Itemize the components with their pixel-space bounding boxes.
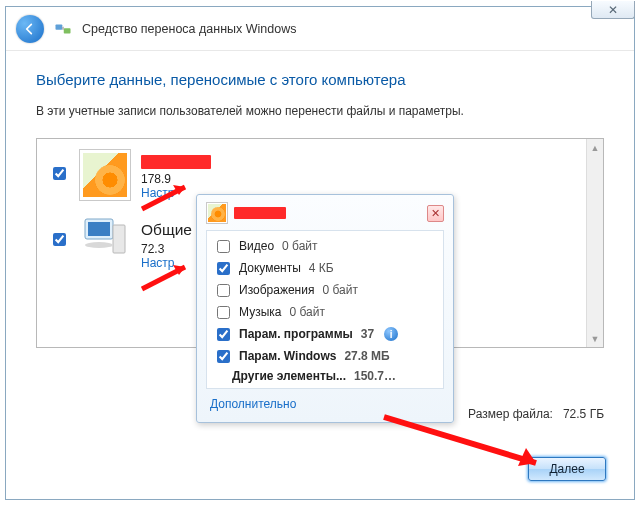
- popup-category-row: Парам. программы37i: [211, 323, 439, 345]
- popup-header: ✕: [206, 202, 444, 224]
- popup-username-redacted: [234, 207, 286, 219]
- account-name-redacted: [141, 155, 211, 169]
- category-checkbox[interactable]: [217, 284, 230, 297]
- account-details: 178.9 Настр: [141, 149, 591, 200]
- category-checkbox[interactable]: [217, 306, 230, 319]
- customize-link[interactable]: Настр: [141, 256, 175, 270]
- category-label: Видео: [239, 239, 274, 253]
- scrollbar[interactable]: ▲ ▼: [586, 139, 603, 347]
- popup-close-button[interactable]: ✕: [427, 205, 444, 222]
- category-label: Парам. программы: [239, 327, 353, 341]
- svg-rect-3: [88, 222, 110, 236]
- category-label: Другие элементы...: [232, 369, 346, 383]
- next-button[interactable]: Далее: [528, 457, 606, 481]
- page-heading: Выберите данные, переносимые с этого ком…: [36, 71, 604, 88]
- account-checkbox[interactable]: [53, 167, 66, 180]
- popup-category-row: Музыка0 байт: [211, 301, 439, 323]
- category-checkbox[interactable]: [217, 350, 230, 363]
- category-checkbox[interactable]: [217, 262, 230, 275]
- account-size: 178.9: [141, 172, 591, 186]
- popup-category-row: Изображения0 байт: [211, 279, 439, 301]
- customize-link[interactable]: Настр: [141, 186, 175, 200]
- category-label: Музыка: [239, 305, 281, 319]
- details-popup: ✕ Видео0 байтДокументы4 КБИзображения0 б…: [196, 194, 454, 423]
- category-label: Изображения: [239, 283, 314, 297]
- close-icon: ✕: [431, 207, 440, 220]
- category-label: Документы: [239, 261, 301, 275]
- header: Средство переноса данных Windows: [6, 7, 634, 51]
- popup-category-row: Другие элементы...150.7…: [211, 367, 439, 384]
- category-value: 0 байт: [322, 283, 357, 297]
- filesize-label: Размер файла:: [468, 407, 553, 421]
- arrow-left-icon: [22, 21, 38, 37]
- account-checkbox[interactable]: [53, 233, 66, 246]
- popup-category-row: Документы4 КБ: [211, 257, 439, 279]
- filesize-value: 72.5 ГБ: [563, 407, 604, 421]
- scroll-track[interactable]: [587, 156, 603, 330]
- svg-rect-1: [64, 28, 71, 33]
- window-title: Средство переноса данных Windows: [82, 22, 296, 36]
- shared-avatar: [79, 215, 131, 261]
- category-label: Парам. Windows: [239, 349, 336, 363]
- category-value: 0 байт: [282, 239, 317, 253]
- category-value: 27.8 МБ: [344, 349, 389, 363]
- back-button[interactable]: [16, 15, 44, 43]
- scroll-down-button[interactable]: ▼: [587, 330, 603, 347]
- category-checkbox[interactable]: [217, 328, 230, 341]
- category-value: 4 КБ: [309, 261, 334, 275]
- category-value: 150.7…: [354, 369, 396, 383]
- category-value: 37: [361, 327, 374, 341]
- popup-category-row: Парам. Windows27.8 МБ: [211, 345, 439, 367]
- page-subtext: В эти учетные записи пользователей можно…: [36, 104, 604, 118]
- popup-advanced-link[interactable]: Дополнительно: [206, 389, 444, 413]
- svg-rect-0: [56, 24, 63, 29]
- popup-category-row: Видео0 байт: [211, 235, 439, 257]
- svg-rect-4: [113, 225, 125, 253]
- user-avatar: [79, 149, 131, 201]
- app-icon: [54, 20, 72, 38]
- info-icon[interactable]: i: [384, 327, 398, 341]
- category-checkbox[interactable]: [217, 240, 230, 253]
- popup-category-list: Видео0 байтДокументы4 КБИзображения0 бай…: [206, 230, 444, 389]
- scroll-up-button[interactable]: ▲: [587, 139, 603, 156]
- popup-avatar: [206, 202, 228, 224]
- category-value: 0 байт: [289, 305, 324, 319]
- svg-point-5: [85, 242, 113, 248]
